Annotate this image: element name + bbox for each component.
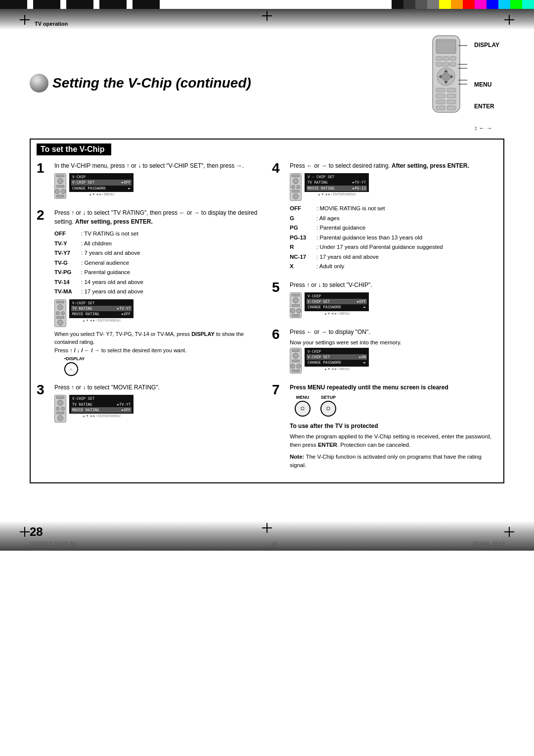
step1-text: In the V-CHIP menu, press ↑ or ↓ to sele…	[54, 161, 262, 170]
footer-center: 28	[271, 541, 277, 547]
svg-rect-1	[436, 40, 456, 53]
note-text: Note: The V-Chip function is activated o…	[290, 453, 497, 470]
step2-num: 2	[37, 208, 49, 376]
svg-rect-19	[447, 100, 456, 104]
step1-num: 1	[37, 161, 49, 201]
step4-num: 4	[272, 161, 285, 274]
step3-text: Press ↑ or ↓ to select "MOVIE RATING".	[54, 383, 262, 392]
step6-text: Press ← or → to display "ON".	[290, 328, 497, 336]
step5-text: Press ↑ or ↓ to select "V-CHIP".	[290, 281, 497, 289]
page-number: 28	[30, 525, 43, 539]
svg-rect-7	[450, 62, 456, 66]
step7-text: Press MENU repeatedly until the menu scr…	[290, 383, 497, 392]
svg-rect-6	[443, 62, 449, 66]
step5-screen: V-CHIP V-CHIP SET►OFF CHANGE PASSWORD►	[305, 292, 369, 311]
step6-screen: V-CHIP V-CHIP SET►ON CHANGE PASSWORD►	[305, 348, 369, 367]
page-title: Setting the V-Chip (continued)	[52, 75, 251, 91]
svg-rect-14	[436, 88, 445, 92]
footer-left: 5L00301C [E]p27-32	[30, 541, 75, 547]
svg-rect-20	[436, 106, 445, 110]
svg-rect-3	[443, 56, 449, 60]
step2-display-note: When you select TV- Y7, TV-PG, TV-14 or …	[54, 330, 262, 355]
step3-screen: V-CHIP SET TV RATING►TV-Y7 MOVIE RATING►…	[69, 395, 134, 414]
svg-point-9	[442, 73, 450, 81]
setup-btn: ▢	[320, 401, 336, 417]
display-btn-icon: ○	[64, 362, 78, 376]
menu-label: MENU	[474, 81, 499, 88]
menu-btn: ▢	[295, 401, 311, 417]
svg-rect-21	[447, 106, 456, 110]
enter-label: ENTER	[474, 103, 499, 110]
section-label: TV operation	[35, 21, 68, 27]
display-btn-label: •DISPLAY	[64, 356, 262, 361]
step7-num: 7	[272, 383, 285, 470]
step1-screen: V-CHIP V-CHIP SET►OFF CHANGE PASSWORD►	[69, 173, 134, 192]
step2-text: Press ↑ or ↓ to select "TV RATING", then…	[54, 208, 262, 226]
step3-num: 3	[37, 383, 49, 425]
step4-screen: V - CHIP SET TV RATING►TV-Y7 MOVIE RATIN…	[305, 173, 369, 192]
section-title: To set the V-Chip	[37, 143, 111, 155]
step5-num: 5	[272, 281, 285, 321]
step4-ratings: OFF: MOVIE RATING is not set G: All ages…	[290, 204, 497, 272]
svg-rect-4	[450, 56, 456, 60]
svg-rect-2	[436, 56, 442, 60]
svg-rect-18	[436, 100, 445, 104]
step6-subtext: Now your settings were set into the memo…	[290, 339, 497, 345]
step2-ratings: OFF: TV RATING is not set TV-Y: All chil…	[54, 229, 262, 297]
setup-icon-label: SETUP	[321, 395, 336, 400]
step2-screen: V-CHIP SET TV RATING►TV-Y7 MOVIE RATING►…	[69, 299, 134, 318]
svg-rect-5	[436, 62, 442, 66]
step6-num: 6	[272, 328, 285, 376]
svg-rect-15	[447, 88, 456, 92]
arrow-label: ↕ ← →	[474, 125, 499, 132]
footer-right: 20/4/04, 16:13	[473, 541, 504, 547]
svg-rect-17	[447, 94, 456, 98]
svg-rect-16	[436, 94, 445, 98]
use-after-text: When the program applied to the V-Chip s…	[290, 432, 497, 450]
menu-icon-label: MENU	[296, 395, 310, 400]
display-label: DISPLAY	[474, 42, 499, 48]
use-after-title: To use after the TV is protected	[290, 422, 497, 431]
step4-text: Press ← or → to select desired rating. A…	[290, 161, 497, 170]
